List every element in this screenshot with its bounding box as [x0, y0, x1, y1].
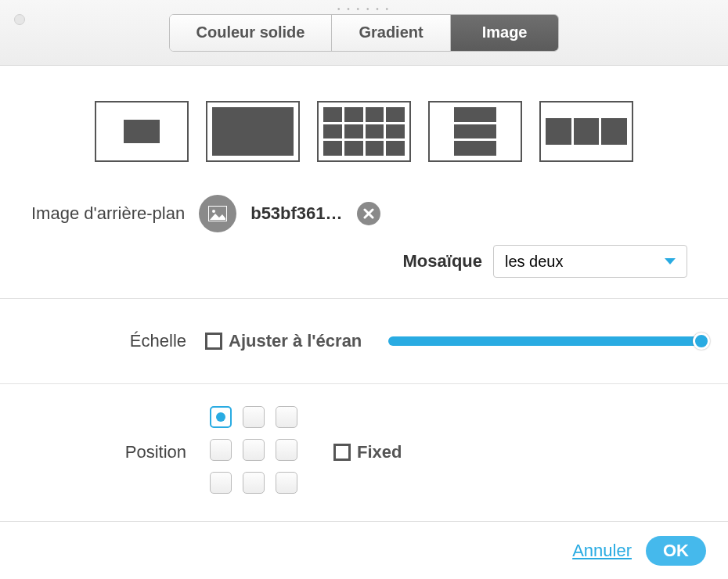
layout-center-button[interactable] [95, 101, 189, 162]
fixed-wrapper: Fixed [333, 442, 402, 462]
echelle-label: Échelle [0, 331, 186, 351]
mosaique-label: Mosaïque [403, 251, 482, 272]
position-top-right[interactable] [276, 406, 297, 428]
ok-button[interactable]: OK [646, 536, 706, 566]
fixed-checkbox[interactable] [333, 444, 351, 461]
position-grid [210, 406, 302, 498]
position-top-center[interactable] [243, 406, 265, 428]
fit-screen-wrapper: Ajuster à l'écran [205, 331, 362, 351]
background-image-row: Image d'arrière-plan b53bf361… [31, 195, 697, 232]
mosaique-value: les deux [505, 253, 564, 271]
svg-point-1 [212, 210, 215, 213]
tab-segmented-control: Couleur solide Gradient Image [169, 14, 560, 52]
titlebar: • • • • • • Couleur solide Gradient Imag… [0, 0, 728, 66]
tab-image[interactable]: Image [451, 15, 559, 51]
position-bottom-center[interactable] [243, 472, 265, 494]
position-middle-left[interactable] [210, 439, 232, 461]
remove-image-button[interactable] [357, 202, 380, 225]
position-bottom-right[interactable] [276, 472, 297, 494]
image-layout-options [0, 66, 728, 185]
fixed-label: Fixed [357, 442, 402, 462]
layout-tile-vertical-button[interactable] [428, 101, 522, 162]
layout-stretch-button[interactable] [206, 101, 300, 162]
background-image-label: Image d'arrière-plan [31, 203, 185, 224]
dialog-window: • • • • • • Couleur solide Gradient Imag… [0, 0, 728, 579]
position-top-left[interactable] [210, 406, 232, 428]
position-middle-center[interactable] [243, 439, 265, 461]
layout-tile-horizontal-button[interactable] [539, 101, 633, 162]
image-thumbnail-icon[interactable] [199, 195, 236, 232]
mosaique-row: Mosaïque les deux [31, 245, 697, 278]
layout-tile-grid-button[interactable] [317, 101, 411, 162]
dialog-footer: Annuler OK [0, 521, 728, 579]
cancel-link[interactable]: Annuler [572, 541, 632, 561]
window-close-button[interactable] [14, 14, 25, 25]
drag-handle-icon[interactable]: • • • • • • [337, 5, 391, 13]
echelle-section: Échelle Ajuster à l'écran [0, 299, 728, 384]
position-label: Position [0, 442, 186, 462]
fit-screen-label: Ajuster à l'écran [229, 331, 362, 351]
background-image-section: Image d'arrière-plan b53bf361… Mosaïque … [0, 185, 728, 299]
scale-slider[interactable] [388, 325, 701, 357]
position-bottom-left[interactable] [210, 472, 232, 494]
position-section: Position Fixed [0, 384, 728, 525]
fit-screen-checkbox[interactable] [205, 333, 222, 350]
slider-thumb-icon[interactable] [693, 333, 710, 350]
mosaique-select[interactable]: les deux [493, 245, 687, 278]
tab-gradient[interactable]: Gradient [332, 15, 450, 51]
filename-text: b53bf361… [250, 203, 342, 224]
position-middle-right[interactable] [276, 439, 297, 461]
tab-solid-color[interactable]: Couleur solide [170, 15, 333, 51]
slider-track [388, 336, 701, 346]
